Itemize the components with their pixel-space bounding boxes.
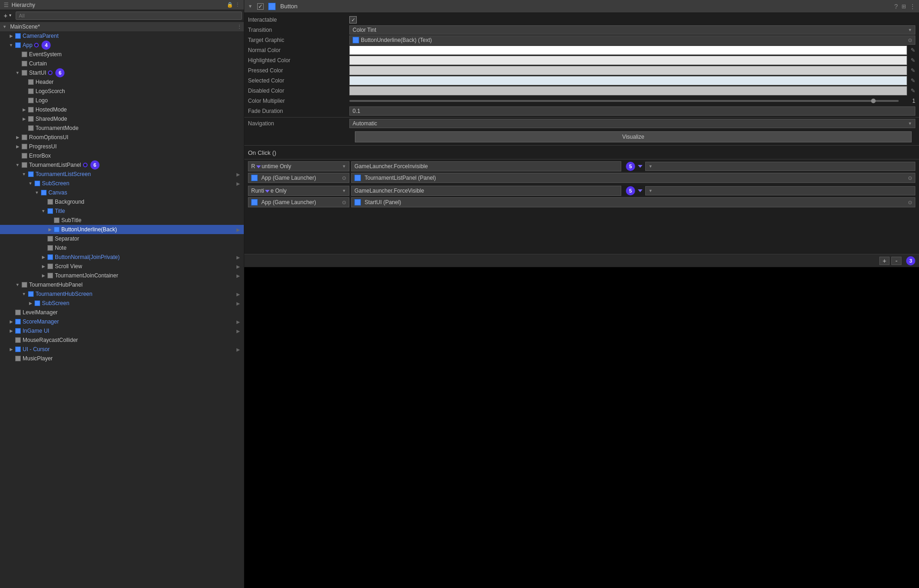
tree-item-SubTitle[interactable]: SubTitle (0, 216, 244, 225)
arrow-right-ScrollView: ▶ (236, 264, 242, 269)
tree-item-SubScreen2[interactable]: SubScreen ▶ (0, 299, 244, 308)
remove-event-button[interactable]: - (891, 257, 901, 265)
event-1-obj2-circle[interactable]: ⊙ (908, 175, 912, 181)
disabled-color-field[interactable] (349, 86, 907, 95)
event-1-function[interactable]: GameLauncher.ForceInvisible (351, 161, 621, 171)
pressed-color-pick-icon[interactable]: ✎ (911, 67, 915, 74)
obj-name-EventSystem: EventSystem (29, 51, 62, 58)
add-button[interactable]: + ▼ (2, 12, 14, 19)
tree-item-Background[interactable]: Background (0, 197, 244, 206)
selected-color-pick-icon[interactable]: ✎ (911, 77, 915, 84)
settings-icon[interactable]: ⊞ (901, 3, 906, 10)
target-graphic-field[interactable]: ButtonUnderline(Back) (Text) ⊙ (349, 35, 915, 45)
event-1-mode-dropdown[interactable]: R untime Only ▼ (248, 161, 349, 171)
fade-duration-input[interactable] (349, 106, 915, 116)
tree-item-Title[interactable]: Title (0, 206, 244, 216)
tree-item-HostedMode[interactable]: HostedMode (0, 105, 244, 114)
event-2-mode-dropdown[interactable]: Runti e Only ▼ (248, 186, 349, 196)
tree-item-Note[interactable]: Note (0, 243, 244, 253)
scene-header[interactable]: MainScene* ⋮ (0, 22, 244, 31)
badge-5-event1: 5 (626, 162, 635, 171)
tree-item-ButtonUnderlineBack[interactable]: ButtonUnderline(Back) ▶ (0, 225, 244, 234)
obj-name-HostedMode: HostedMode (35, 106, 67, 113)
tree-item-EventSystem[interactable]: EventSystem (0, 50, 244, 59)
color-multiplier-track[interactable] (349, 100, 899, 102)
selected-color-field[interactable] (349, 76, 907, 85)
target-graphic-circle-btn[interactable]: ⊙ (908, 37, 912, 43)
tree-item-UICursor[interactable]: UI - Cursor ▶ (0, 345, 244, 354)
tree-item-TournamentHubPanel[interactable]: TournamentHubPanel (0, 280, 244, 289)
event-1-section: R untime Only ▼ GameLauncher.ForceInvisi… (244, 161, 919, 183)
arrow-right-TournamentListScreen: ▶ (236, 172, 242, 177)
obj-icon-LevelManager (15, 309, 21, 316)
tree-item-ScoreManager[interactable]: ScoreManager ▶ (0, 317, 244, 326)
tree-item-MouseRaycastCollider[interactable]: MouseRaycastCollider (0, 335, 244, 345)
tree-item-TournamentListScreen[interactable]: TournamentListScreen ▶ (0, 170, 244, 179)
tree-item-Header[interactable]: Header (0, 77, 244, 87)
event-2-function[interactable]: GameLauncher.ForceVisible (351, 186, 621, 196)
tree-item-TournamentHubScreen[interactable]: TournamentHubScreen ▶ (0, 289, 244, 299)
tree-item-ScrollView[interactable]: Scroll View ▶ (0, 262, 244, 271)
tree-item-ButtonNormalJoinPrivate[interactable]: ButtonNormal(JoinPrivate) ▶ (0, 253, 244, 262)
tree-item-Logo[interactable]: Logo (0, 96, 244, 105)
visualize-button[interactable]: Visualize (355, 131, 912, 142)
disabled-color-pick-icon[interactable]: ✎ (911, 88, 915, 94)
event-1-object2[interactable]: TournamentListPanel (Panel) ⊙ (351, 173, 915, 183)
tree-item-InGameUI[interactable]: InGame UI ▶ (0, 326, 244, 335)
transition-dropdown[interactable]: Color Tint ▼ (349, 25, 915, 35)
expand-arrow-App (8, 42, 14, 48)
tree-item-SubScreen[interactable]: SubScreen ▶ (0, 179, 244, 188)
lock-icon[interactable]: 🔒 (227, 2, 233, 8)
leaf-Curtain (15, 61, 20, 66)
tree-item-LogoScorch[interactable]: LogoScorch (0, 87, 244, 96)
tree-item-ProgressUI[interactable]: ProgressUI (0, 142, 244, 151)
obj-icon-Logo (28, 97, 34, 104)
more-options-icon[interactable]: ⋮ (910, 3, 915, 10)
search-input[interactable] (16, 12, 242, 20)
tree-item-StartUI[interactable]: StartUI 6 (0, 68, 244, 77)
event-2-extra-dropdown[interactable]: ▼ (645, 186, 915, 195)
event-1-object1[interactable]: App (Game Launcher) ⊙ (248, 173, 349, 183)
event-1-mode-arrow: ▼ (342, 164, 346, 169)
tree-item-RoomOptionsUI[interactable]: RoomOptionsUI (0, 133, 244, 142)
event-1-extra-dropdown[interactable]: ▼ (645, 162, 915, 171)
highlighted-color-field[interactable] (349, 56, 907, 65)
more-icon[interactable]: ⋮ (235, 2, 240, 8)
event-2-object1[interactable]: App (Game Launcher) ⊙ (248, 197, 349, 207)
tree-item-App[interactable]: App 4 (0, 41, 244, 50)
help-icon[interactable]: ? (894, 3, 898, 10)
normal-color-pick-icon[interactable]: ✎ (911, 47, 915, 53)
tree-item-TournamentListPanel[interactable]: TournamentListPanel 6 (0, 160, 244, 170)
tree-item-MusicPlayer[interactable]: MusicPlayer (0, 354, 244, 363)
scene-more-icon[interactable]: ⋮ (237, 24, 242, 30)
prop-value-navigation: Automatic ▼ (349, 119, 915, 128)
obj-name-StartUI: StartUI (29, 70, 46, 76)
interactable-checkbox[interactable] (349, 16, 357, 24)
pressed-color-field[interactable] (349, 66, 907, 75)
tree-item-ErrorBox[interactable]: ErrorBox (0, 151, 244, 160)
navigation-dropdown[interactable]: Automatic ▼ (349, 119, 915, 128)
leaf-Separator (41, 236, 46, 241)
visualize-row: Visualize (244, 129, 919, 144)
tree-item-CameraParent[interactable]: CameraParent (0, 31, 244, 41)
hierarchy-toolbar: + ▼ (0, 10, 244, 21)
tree-item-Canvas[interactable]: Canvas (0, 188, 244, 197)
tree-item-SharedMode[interactable]: SharedMode (0, 114, 244, 123)
tree-item-Curtain[interactable]: Curtain (0, 59, 244, 68)
obj-icon-TournamentMode (28, 125, 34, 131)
expand-arrow-TournamentJoinContainer (41, 273, 46, 278)
normal-color-field[interactable] (349, 46, 907, 55)
event-2-obj1-circle[interactable]: ⊙ (342, 200, 346, 206)
component-enable-checkbox[interactable]: ✓ (257, 3, 264, 10)
tree-item-LevelManager[interactable]: LevelManager (0, 308, 244, 317)
expand-arrow-ButtonUnderlineBack (47, 227, 53, 232)
highlighted-color-pick-icon[interactable]: ✎ (911, 57, 915, 64)
leaf-LevelManager (8, 310, 14, 315)
tree-item-Separator[interactable]: Separator (0, 234, 244, 243)
event-1-obj1-circle[interactable]: ⊙ (342, 175, 346, 181)
event-2-obj2-circle[interactable]: ⊙ (908, 200, 912, 206)
tree-item-TournamentMode[interactable]: TournamentMode (0, 123, 244, 133)
event-2-object2[interactable]: StartUI (Panel) ⊙ (351, 197, 915, 207)
add-event-button[interactable]: + (879, 257, 890, 265)
tree-item-TournamentJoinContainer[interactable]: TournamentJoinContainer ▶ (0, 271, 244, 280)
